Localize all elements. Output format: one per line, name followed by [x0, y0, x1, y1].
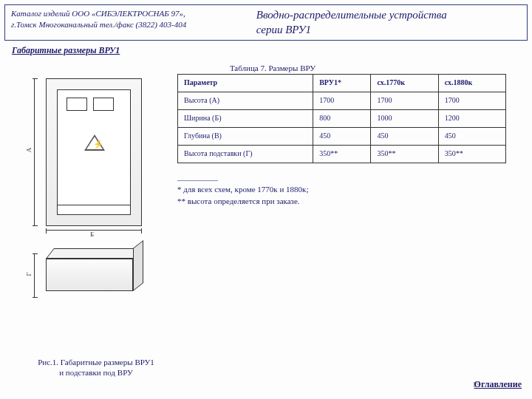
stand-icon: [46, 248, 142, 291]
cell: 350**: [371, 146, 438, 163]
panel-slot-icon: [93, 98, 114, 111]
header-left: Каталог изделий ООО «СИБЭЛЕКТРОСНАБ 97»,…: [5, 5, 250, 40]
company-line: Каталог изделий ООО «СИБЭЛЕКТРОСНАБ 97»,: [11, 8, 245, 19]
col-header: ВРУ1*: [313, 75, 371, 92]
cell: 800: [313, 110, 371, 128]
note-rule: __________: [177, 171, 506, 183]
table-7: Таблица 7. Размеры ВРУ Параметр ВРУ1* сх…: [177, 64, 506, 208]
figure-1: А ⚡ Б Г Рис.1. Габаритные размеры ВРУ1 и…: [30, 78, 170, 378]
dimension-label-B: Б: [90, 231, 94, 238]
cell: Высота подставки (Г): [178, 146, 313, 163]
dimension-line-A: [34, 78, 35, 226]
title-line1: Вводно-распределительные устройства: [256, 8, 521, 23]
note-1: * для всех схем, кроме 1770к и 1880к;: [177, 183, 506, 196]
note-2: ** высота определяется при заказе.: [177, 195, 506, 208]
title-line2: серии ВРУ1: [256, 23, 521, 38]
toc-link[interactable]: Оглавление: [474, 379, 522, 390]
lightning-icon: ⚡: [93, 140, 103, 149]
cell: 450: [371, 128, 438, 146]
table-caption: Таблица 7. Размеры ВРУ: [225, 64, 321, 72]
dimension-line-G: [34, 253, 35, 298]
cell: 1700: [371, 92, 438, 110]
col-header: Параметр: [178, 75, 313, 92]
cell: 1700: [313, 92, 371, 110]
stand-front: [46, 259, 133, 291]
stand-top: [46, 248, 141, 259]
cell: 1700: [438, 92, 505, 110]
content-area: А ⚡ Б Г Рис.1. Габаритные размеры ВРУ1 и…: [0, 56, 532, 381]
figure-caption-l2: и подставки под ВРУ: [30, 368, 163, 378]
col-header: сх.1880к: [438, 75, 505, 92]
table-row: Глубина (В) 450 450 450: [178, 128, 506, 146]
header-right: Вводно-распределительные устройства сери…: [250, 5, 527, 40]
table-row: Высота (А) 1700 1700 1700: [178, 92, 506, 110]
dimension-label-A: А: [25, 148, 33, 153]
cell: 350**: [438, 146, 505, 163]
section-title: Габаритные размеры ВРУ1: [12, 45, 532, 56]
panel-slot-icon: [66, 98, 87, 111]
col-header: сх.1770к: [371, 75, 438, 92]
cell: 350**: [313, 146, 371, 163]
page-header: Каталог изделий ООО «СИБЭЛЕКТРОСНАБ 97»,…: [4, 4, 528, 41]
dimension-label-G: Г: [25, 272, 33, 276]
cell: 450: [438, 128, 505, 146]
cabinet-door: ⚡: [57, 89, 131, 215]
dimensions-table: Параметр ВРУ1* сх.1770к сх.1880к Высота …: [177, 74, 506, 163]
table-row: Высота подставки (Г) 350** 350** 350**: [178, 146, 506, 163]
figure-caption: Рис.1. Габаритные размеры ВРУ1 и подстав…: [30, 358, 163, 378]
table-header-row: Параметр ВРУ1* сх.1770к сх.1880к: [178, 75, 506, 92]
cell: 1000: [371, 110, 438, 128]
contact-line: г.Томск Многоканальный тел./факс (3822) …: [11, 19, 245, 30]
hinge-line: [58, 205, 130, 205]
cell: Ширина (Б): [178, 110, 313, 128]
cell: 450: [313, 128, 371, 146]
cell: 1200: [438, 110, 505, 128]
cabinet-icon: ⚡: [46, 78, 142, 226]
table-notes: __________ * для всех схем, кроме 1770к …: [177, 171, 506, 208]
figure-caption-l1: Рис.1. Габаритные размеры ВРУ1: [30, 358, 163, 368]
table-row: Ширина (Б) 800 1000 1200: [178, 110, 506, 128]
stand-side: [133, 240, 143, 291]
cell: Глубина (В): [178, 128, 313, 146]
cell: Высота (А): [178, 92, 313, 110]
